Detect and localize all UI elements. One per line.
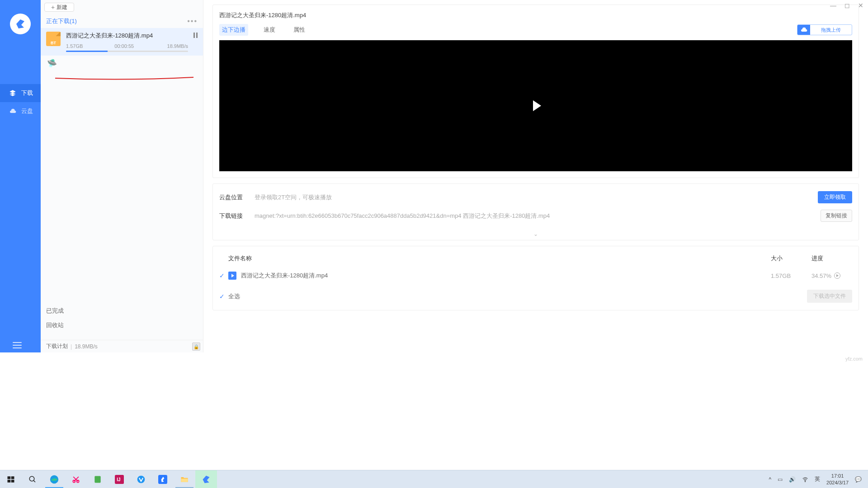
plan-bar: 下载计划 | 18.9MB/s 🔒 (41, 340, 203, 352)
taskbar-app-current[interactable] (195, 470, 217, 488)
row-progress: 34.57% (811, 272, 852, 279)
download-item[interactable]: BT 西游记之大圣归来-1280超清.mp4 1.57GB 00:00:55 1… (41, 28, 203, 56)
taskbar: IJ ^ ▭ 🔊 英 17:01 2024/3/17 💬 (0, 470, 868, 488)
pause-button[interactable] (193, 32, 198, 56)
download-info: 西游记之大圣归来-1280超清.mp4 1.57GB 00:00:55 18.9… (66, 32, 188, 56)
close-button[interactable]: ✕ (858, 2, 863, 9)
maximize-button[interactable]: ◻ (844, 2, 850, 9)
ufo-icon: 🛸 (47, 58, 203, 68)
taskbar-app-explorer[interactable] (174, 470, 195, 488)
col-size: 大小 (771, 254, 811, 263)
play-circle-icon[interactable] (834, 272, 840, 279)
row-size: 1.57GB (771, 272, 811, 279)
select-all-checkbox[interactable]: ✓ (219, 293, 228, 300)
tray-notifications-icon[interactable]: 💬 (855, 476, 862, 483)
svg-line-9 (73, 477, 78, 481)
download-name: 西游记之大圣归来-1280超清.mp4 (66, 32, 188, 40)
download-size: 1.57GB (66, 43, 83, 49)
info-panel: 云盘位置 登录领取2T空间，可极速播放 立即领取 下载链接 magnet:?xt… (212, 183, 859, 240)
video-file-icon (228, 272, 236, 280)
tab-properties[interactable]: 属性 (291, 24, 308, 36)
col-name: 文件名称 (219, 254, 771, 263)
cloud-location-hint: 登录领取2T空间，可极速播放 (255, 193, 810, 202)
drag-upload-button[interactable]: 拖拽上传 (797, 24, 852, 35)
row-filename: 西游记之大圣归来-1280超清.mp4 (241, 272, 771, 280)
svg-rect-0 (8, 476, 11, 479)
new-button-label: 新建 (57, 4, 67, 11)
download-link-label: 下载链接 (219, 212, 246, 220)
player-panel: 西游记之大圣归来-1280超清.mp4 边下边播 速度 属性 拖拽上传 (212, 5, 859, 178)
taskbar-app-notes[interactable] (87, 470, 108, 488)
svg-line-5 (33, 480, 35, 482)
lock-icon[interactable]: 🔒 (192, 343, 200, 351)
svg-line-10 (74, 477, 79, 481)
minimize-button[interactable]: — (830, 2, 836, 9)
svg-rect-1 (11, 476, 14, 479)
download-list-panel: + 新建 正在下载(1) ••• BT 西游记之大圣归来-1280超清.mp4 … (41, 0, 203, 352)
plus-icon: + (51, 4, 55, 11)
tray-clock[interactable]: 17:01 2024/3/17 (826, 473, 849, 486)
svg-text:IJ: IJ (117, 477, 120, 482)
file-title: 西游记之大圣归来-1280超清.mp4 (213, 5, 859, 24)
tabs-row: 边下边播 速度 属性 拖拽上传 (213, 24, 859, 40)
claim-button[interactable]: 立即领取 (818, 191, 852, 203)
cloud-upload-icon (797, 25, 810, 35)
row-checkbox[interactable]: ✓ (219, 272, 228, 279)
window-controls: — ◻ ✕ (830, 2, 863, 9)
svg-point-17 (805, 481, 805, 482)
svg-rect-2 (8, 479, 11, 482)
taskbar-app-snip[interactable] (65, 470, 87, 488)
tab-play-while-download[interactable]: 边下边播 (219, 24, 248, 36)
section-title: 正在下载(1) (46, 17, 77, 25)
download-eta: 00:00:55 (114, 43, 134, 49)
tray-volume-icon[interactable]: 🔊 (789, 476, 796, 483)
new-button[interactable]: + 新建 (44, 3, 74, 12)
plan-speed: 18.9MB/s (75, 343, 98, 350)
more-icon[interactable]: ••• (187, 17, 198, 25)
col-progress: 进度 (811, 254, 852, 263)
download-link-value: magnet:?xt=urn:btih:62e66053b670c75facc2… (255, 212, 812, 220)
download-selected-button[interactable]: 下载选中文件 (807, 290, 852, 303)
taskbar-app-ide[interactable]: IJ (108, 470, 130, 488)
taskbar-search-button[interactable] (22, 470, 43, 488)
separator: | (71, 343, 72, 350)
select-all-label: 全选 (228, 292, 240, 300)
table-row[interactable]: ✓ 西游记之大圣归来-1280超清.mp4 1.57GB 34.57% (219, 268, 852, 283)
taskbar-app-edge[interactable] (43, 470, 65, 488)
table-header: 文件名称 大小 进度 (219, 252, 852, 268)
copy-link-button[interactable]: 复制链接 (821, 210, 852, 222)
sidebar-item-cloud[interactable]: 云盘 (0, 102, 41, 120)
download-icon (9, 89, 16, 97)
menu-icon[interactable] (13, 340, 22, 350)
detail-panel: — ◻ ✕ 西游记之大圣归来-1280超清.mp4 边下边播 速度 属性 拖拽上… (203, 0, 868, 352)
video-player[interactable] (219, 40, 852, 171)
watermark: yfz.com (845, 356, 863, 361)
bottom-links: 已完成 回收站 (46, 304, 64, 333)
link-trash[interactable]: 回收站 (46, 318, 64, 333)
tab-speed[interactable]: 速度 (261, 24, 278, 36)
sidebar: 下载 云盘 (0, 0, 41, 352)
upload-label: 拖拽上传 (810, 27, 852, 33)
svg-point-4 (29, 476, 34, 481)
tray-date: 2024/3/17 (826, 479, 849, 486)
tray-chevron-icon[interactable]: ^ (769, 476, 771, 483)
svg-rect-16 (181, 479, 188, 482)
annotation-underline (54, 76, 194, 81)
svg-rect-11 (94, 476, 100, 483)
svg-rect-3 (11, 479, 14, 482)
progress-bar (66, 51, 188, 52)
tray-time: 17:01 (826, 473, 849, 479)
tray-battery-icon[interactable]: ▭ (778, 476, 783, 483)
chevron-down-icon[interactable]: ⌄ (213, 231, 859, 240)
tray-ime[interactable]: 英 (815, 475, 820, 483)
taskbar-app-thunder[interactable] (152, 470, 174, 488)
progress-fill (66, 51, 108, 52)
sidebar-item-download[interactable]: 下载 (0, 84, 41, 102)
link-completed[interactable]: 已完成 (46, 304, 64, 318)
start-button[interactable] (0, 470, 22, 488)
download-speed: 18.9MB/s (167, 43, 188, 49)
taskbar-app-v[interactable] (130, 470, 152, 488)
tray-wifi-icon[interactable] (802, 476, 808, 483)
cloud-icon (9, 108, 16, 115)
sidebar-item-label: 云盘 (21, 107, 33, 115)
